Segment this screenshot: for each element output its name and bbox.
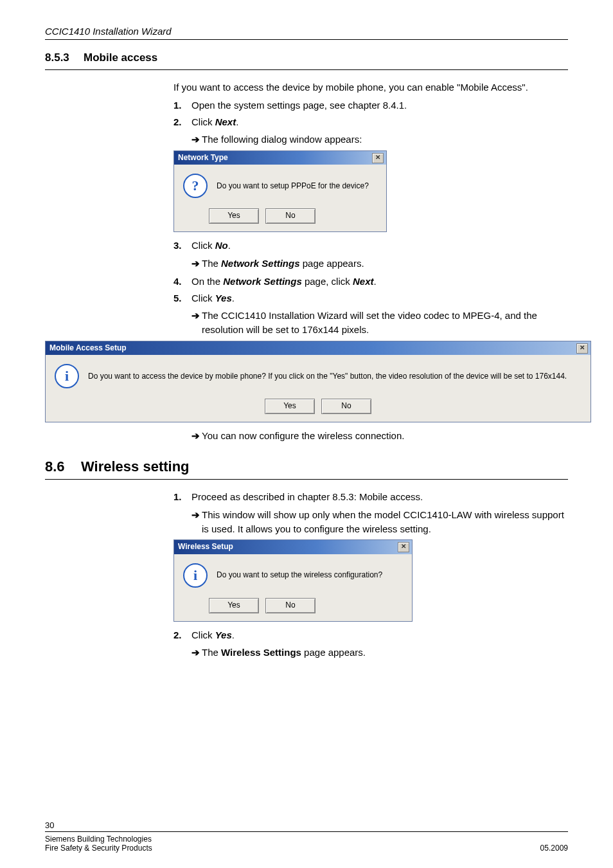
yes-button[interactable]: Yes: [265, 399, 315, 414]
heading-853: 8.5.3Mobile access: [45, 51, 568, 64]
page-footer: 30 Siemens Building Technologies Fire Sa…: [45, 820, 568, 853]
heading-rule: [45, 69, 568, 70]
dialog-title: Mobile Access Setup: [49, 343, 576, 354]
header-rule: [45, 39, 568, 40]
step-number: 1.: [173, 98, 191, 113]
no-button[interactable]: No: [265, 208, 315, 224]
step-text: Click No.: [191, 239, 568, 253]
step-5: 5. Click Yes.: [173, 291, 568, 305]
footer-left-2: Fire Safety & Security Products: [45, 844, 152, 853]
close-icon[interactable]: ✕: [398, 542, 409, 552]
dialog-wireless-setup: Wireless Setup ✕ i Do you want to setup …: [173, 539, 413, 621]
dialog-title-bar: Mobile Access Setup ✕: [46, 341, 591, 355]
result-text: You can now configure the wireless conne…: [202, 429, 568, 443]
close-icon[interactable]: ✕: [576, 343, 588, 354]
step-text: Click Yes.: [191, 628, 568, 642]
dialog-message: Do you want to setup PPPoE for the devic…: [217, 181, 369, 192]
page-number: 30: [45, 820, 568, 830]
result-text: The Wireless Settings page appears.: [202, 646, 568, 660]
close-icon[interactable]: ✕: [372, 153, 384, 163]
running-header: CCIC1410 Installation Wizard: [45, 26, 568, 37]
no-button[interactable]: No: [321, 399, 371, 414]
result-text: The CCIC1410 Installation Wizard will se…: [202, 309, 568, 337]
step-2: 2. Click Yes.: [173, 628, 568, 642]
arrow-icon: ➔: [191, 429, 202, 443]
dialog-title-bar: Network Type ✕: [174, 151, 386, 165]
heading-rule: [45, 479, 568, 480]
step-2: 2. Click Next.: [173, 115, 568, 129]
result-2: ➔ The following dialog window appears:: [191, 132, 568, 147]
heading-title: Wireless setting: [81, 458, 190, 475]
arrow-icon: ➔: [191, 257, 202, 271]
question-icon: ?: [183, 174, 208, 198]
step-number: 2.: [173, 115, 191, 129]
result-5: ➔ The CCIC1410 Installation Wizard will …: [191, 309, 568, 337]
info-icon: i: [55, 364, 79, 388]
step-3: 3. Click No.: [173, 239, 568, 253]
arrow-icon: ➔: [191, 508, 202, 536]
dialog-title-bar: Wireless Setup ✕: [174, 540, 412, 554]
intro-text: If you want to access the device by mobi…: [173, 80, 568, 95]
dialog-message: Do you want to access the device by mobi…: [88, 371, 567, 382]
dialog-mobile-access: Mobile Access Setup ✕ i Do you want to a…: [45, 341, 591, 422]
step-1: 1. Proceed as described in chapter 8.5.3…: [173, 490, 568, 504]
footer-left-1: Siemens Building Technologies: [45, 835, 152, 844]
result-text: The Network Settings page appears.: [202, 257, 568, 271]
info-icon: i: [183, 563, 208, 588]
step-number: 1.: [173, 490, 191, 504]
result-text: This window will show up only when the m…: [202, 508, 568, 536]
heading-86: 8.6Wireless setting: [45, 458, 568, 475]
step-text: Click Next.: [191, 115, 568, 129]
dialog-message: Do you want to setup the wireless config…: [217, 570, 382, 581]
no-button[interactable]: No: [265, 598, 315, 613]
result-final: ➔ You can now configure the wireless con…: [191, 429, 568, 443]
yes-button[interactable]: Yes: [209, 598, 259, 613]
result-2b: ➔ The Wireless Settings page appears.: [191, 646, 568, 660]
result-3: ➔ The Network Settings page appears.: [191, 257, 568, 271]
step-text: Click Yes.: [191, 291, 568, 305]
arrow-icon: ➔: [191, 309, 202, 337]
step-text: Open the system settings page, see chapt…: [191, 98, 568, 113]
step-number: 5.: [173, 291, 191, 305]
dialog-title: Wireless Setup: [178, 541, 398, 552]
footer-right: 05.2009: [540, 844, 568, 853]
step-text: On the Network Settings page, click Next…: [191, 275, 568, 289]
arrow-icon: ➔: [191, 646, 202, 660]
step-text: Proceed as described in chapter 8.5.3: M…: [191, 490, 568, 504]
yes-button[interactable]: Yes: [209, 208, 259, 224]
step-number: 3.: [173, 239, 191, 253]
heading-title: Mobile access: [84, 51, 157, 64]
step-number: 4.: [173, 275, 191, 289]
arrow-icon: ➔: [191, 132, 202, 147]
step-number: 2.: [173, 628, 191, 642]
heading-number: 8.5.3: [45, 51, 84, 64]
dialog-title: Network Type: [178, 152, 372, 163]
heading-number: 8.6: [45, 458, 81, 475]
step-1: 1. Open the system settings page, see ch…: [173, 98, 568, 113]
step-4: 4. On the Network Settings page, click N…: [173, 275, 568, 289]
dialog-network-type: Network Type ✕ ? Do you want to setup PP…: [173, 150, 387, 232]
result-1: ➔ This window will show up only when the…: [191, 508, 568, 536]
footer-rule: [45, 831, 568, 832]
result-text: The following dialog window appears:: [202, 132, 568, 147]
